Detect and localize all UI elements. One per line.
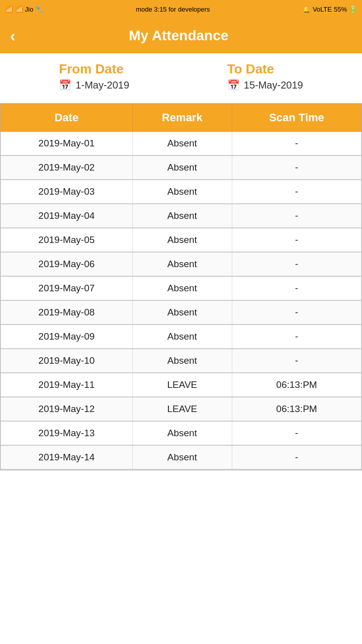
status-bar-center: mode 3:15 for developers [136, 6, 210, 13]
cell-remark: Absent [132, 155, 232, 180]
to-calendar-icon: 📅 [227, 79, 240, 91]
from-date-block[interactable]: From Date 📅 1-May-2019 [59, 61, 129, 91]
cell-remark: Absent [132, 325, 232, 349]
volte-label: VoLTE [313, 6, 332, 13]
table-row: 2019-May-09Absent- [1, 325, 361, 349]
carrier-label: 📶 Jio 🔧 [15, 6, 43, 13]
cell-scan-time: - [232, 228, 361, 252]
cell-date: 2019-May-06 [1, 252, 133, 276]
to-date-block[interactable]: To Date 📅 15-May-2019 [227, 61, 303, 91]
status-bar-left: 📶 📶 Jio 🔧 [5, 6, 43, 13]
cell-scan-time: - [232, 300, 361, 325]
battery-icon: 🔋 [349, 6, 357, 13]
table-row: 2019-May-05Absent- [1, 228, 361, 252]
table-header-row: Date Remark Scan Time [1, 104, 361, 132]
cell-date: 2019-May-03 [1, 180, 133, 204]
table-row: 2019-May-03Absent- [1, 180, 361, 204]
back-button[interactable]: ‹ [10, 28, 16, 44]
table-row: 2019-May-02Absent- [1, 155, 361, 180]
table-row: 2019-May-06Absent- [1, 252, 361, 276]
from-date-label: From Date [59, 61, 124, 77]
cell-remark: Absent [132, 421, 232, 445]
cell-scan-time: 06:13:PM [232, 397, 361, 421]
cell-date: 2019-May-13 [1, 421, 133, 445]
cell-date: 2019-May-07 [1, 276, 133, 300]
cell-date: 2019-May-01 [1, 132, 133, 156]
date-filter-section: From Date 📅 1-May-2019 To Date 📅 15-May-… [0, 53, 362, 96]
to-date-label: To Date [227, 61, 274, 77]
cell-scan-time: - [232, 349, 361, 373]
cell-date: 2019-May-04 [1, 204, 133, 228]
from-date-value: 1-May-2019 [75, 79, 129, 91]
table-row: 2019-May-10Absent- [1, 349, 361, 373]
column-date: Date [1, 104, 133, 132]
table-row: 2019-May-07Absent- [1, 276, 361, 300]
page-title: My Attendance [26, 28, 352, 44]
attendance-table: Date Remark Scan Time 2019-May-01Absent-… [1, 104, 361, 470]
cell-date: 2019-May-12 [1, 397, 133, 421]
table-row: 2019-May-04Absent- [1, 204, 361, 228]
cell-date: 2019-May-14 [1, 445, 133, 469]
table-row: 2019-May-14Absent- [1, 445, 361, 469]
cell-remark: Absent [132, 445, 232, 469]
status-bar: 📶 📶 Jio 🔧 mode 3:15 for developers 🔔 VoL… [0, 0, 362, 18]
battery-label: 55% [334, 6, 347, 13]
attendance-table-container: Date Remark Scan Time 2019-May-01Absent-… [0, 103, 362, 470]
cell-scan-time: - [232, 204, 361, 228]
cell-scan-time: - [232, 445, 361, 469]
signal-icon: 📶 [5, 6, 13, 13]
cell-date: 2019-May-08 [1, 300, 133, 325]
cell-remark: Absent [132, 132, 232, 156]
cell-remark: Absent [132, 252, 232, 276]
table-row: 2019-May-12LEAVE06:13:PM [1, 397, 361, 421]
cell-scan-time: 06:13:PM [232, 373, 361, 397]
app-header: ‹ My Attendance [0, 18, 362, 53]
cell-scan-time: - [232, 276, 361, 300]
cell-remark: LEAVE [132, 373, 232, 397]
cell-remark: LEAVE [132, 397, 232, 421]
column-scan-time: Scan Time [232, 104, 361, 132]
table-row: 2019-May-01Absent- [1, 132, 361, 156]
status-bar-right: 🔔 VoLTE 55% 🔋 [303, 6, 357, 13]
cell-remark: Absent [132, 349, 232, 373]
to-date-value: 15-May-2019 [244, 79, 303, 91]
cell-scan-time: - [232, 155, 361, 180]
cell-date: 2019-May-10 [1, 349, 133, 373]
cell-date: 2019-May-05 [1, 228, 133, 252]
cell-scan-time: - [232, 252, 361, 276]
cell-scan-time: - [232, 325, 361, 349]
cell-scan-time: - [232, 421, 361, 445]
cell-remark: Absent [132, 228, 232, 252]
table-row: 2019-May-13Absent- [1, 421, 361, 445]
column-remark: Remark [132, 104, 232, 132]
cell-remark: Absent [132, 204, 232, 228]
notification-icon: 🔔 [303, 6, 311, 13]
cell-date: 2019-May-11 [1, 373, 133, 397]
table-row: 2019-May-11LEAVE06:13:PM [1, 373, 361, 397]
cell-date: 2019-May-09 [1, 325, 133, 349]
from-calendar-icon: 📅 [59, 79, 71, 91]
cell-remark: Absent [132, 180, 232, 204]
cell-scan-time: - [232, 132, 361, 156]
cell-date: 2019-May-02 [1, 155, 133, 180]
table-row: 2019-May-08Absent- [1, 300, 361, 325]
cell-remark: Absent [132, 300, 232, 325]
cell-scan-time: - [232, 180, 361, 204]
cell-remark: Absent [132, 276, 232, 300]
developer-mode-label: mode 3:15 for developers [136, 6, 210, 13]
